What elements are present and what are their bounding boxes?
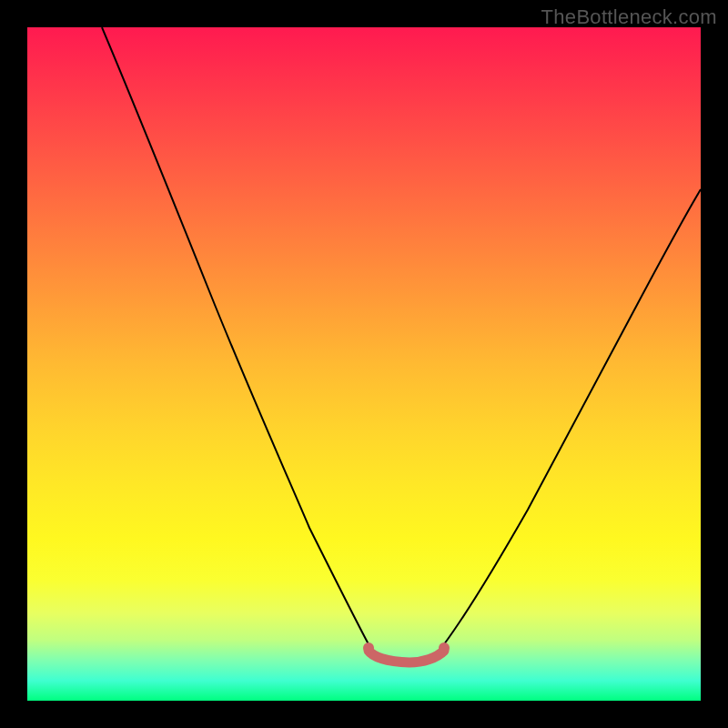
right-endpoint-marker	[439, 642, 450, 653]
chart-container: TheBottleneck.com	[0, 0, 728, 728]
watermark-text: TheBottleneck.com	[541, 5, 717, 29]
right-branch-line	[444, 189, 701, 644]
left-branch-line	[102, 27, 369, 644]
valley-floor-line	[369, 651, 444, 662]
left-endpoint-marker	[363, 642, 374, 653]
plot-area	[27, 27, 701, 701]
curve-layer	[27, 27, 701, 701]
